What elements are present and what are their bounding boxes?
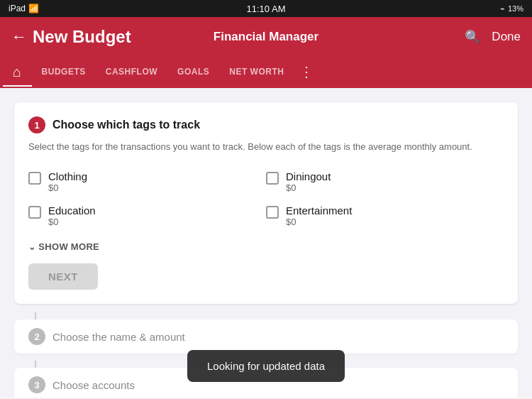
home-icon: ⌂: [13, 64, 22, 80]
tag-entertainment: Entertainment $0: [266, 199, 504, 233]
tag-diningout-checkbox[interactable]: [266, 172, 279, 185]
status-bar: iPad 📶 11:10 AM ⌁ 13%: [0, 0, 532, 17]
tab-cashflow[interactable]: CASHFLOW: [96, 57, 167, 87]
tab-goals[interactable]: GOALS: [167, 57, 219, 87]
step1-card: 1 Choose which tags to track Select the …: [14, 102, 518, 304]
app-header: ← New Budget Financial Manager 🔍 Done: [0, 17, 532, 57]
toast-message: Looking for updated data: [207, 360, 325, 372]
tag-clothing-name: Clothing: [48, 170, 87, 182]
tag-entertainment-name: Entertainment: [286, 204, 352, 217]
tag-entertainment-checkbox[interactable]: [266, 206, 279, 219]
tag-education-checkbox[interactable]: [28, 206, 41, 219]
step1-number: 1: [28, 116, 45, 133]
step3-title: Choose accounts: [52, 379, 135, 391]
done-button[interactable]: Done: [492, 30, 521, 44]
header-left: ← New Budget: [11, 27, 131, 47]
device-label: iPad: [9, 4, 26, 13]
search-icon: 🔍: [465, 30, 480, 44]
step2-card: 2 Choose the name & amount: [14, 319, 518, 354]
tag-education-name: Education: [48, 204, 96, 217]
step-connector-2: [35, 361, 36, 368]
step1-description: Select the tags for the transactions you…: [28, 141, 504, 153]
nav-tabs: ⌂ BUDGETS CASHFLOW GOALS NET WORTH ⋮: [0, 57, 532, 88]
bluetooth-icon: ⌁: [500, 4, 505, 13]
status-bar-left: iPad 📶: [9, 4, 39, 13]
chevron-down-icon: ⌄: [28, 242, 35, 252]
tag-clothing-checkbox[interactable]: [28, 172, 41, 185]
step-connector-1: [35, 312, 36, 319]
step1-title: Choose which tags to track: [52, 119, 200, 131]
next-button[interactable]: NEXT: [28, 263, 98, 290]
status-bar-right: ⌁ 13%: [500, 4, 523, 13]
app-title: Financial Manager: [214, 30, 318, 44]
step1-header: 1 Choose which tags to track: [28, 116, 504, 133]
status-bar-time: 11:10 AM: [247, 4, 286, 14]
tag-clothing: Clothing $0: [28, 165, 266, 199]
tab-home[interactable]: ⌂: [3, 57, 32, 87]
tag-diningout-amount: $0: [286, 182, 331, 193]
step3-number: 3: [28, 376, 45, 393]
tag-clothing-amount: $0: [48, 182, 87, 193]
tag-education-amount: $0: [48, 217, 96, 227]
tag-education: Education $0: [28, 199, 266, 233]
tag-diningout-name: Diningout: [286, 170, 331, 182]
tags-grid: Clothing $0 Diningout $0 Education $0: [28, 165, 504, 233]
back-button[interactable]: ←: [11, 28, 27, 46]
battery-label: 13%: [508, 4, 523, 13]
tab-budgets[interactable]: BUDGETS: [32, 57, 96, 87]
show-more-button[interactable]: ⌄ SHOW MORE: [28, 241, 504, 252]
step2-number: 2: [28, 328, 45, 345]
show-more-label: SHOW MORE: [38, 241, 99, 252]
tab-networth[interactable]: NET WORTH: [219, 57, 294, 87]
toast-notification: Looking for updated data: [187, 350, 345, 382]
tag-diningout: Diningout $0: [266, 165, 504, 199]
step2-title: Choose the name & amount: [52, 331, 185, 343]
wifi-icon: 📶: [28, 4, 39, 13]
search-button[interactable]: 🔍: [465, 29, 480, 45]
page-title: New Budget: [33, 27, 131, 47]
more-menu-button[interactable]: ⋮: [294, 63, 319, 80]
tag-entertainment-amount: $0: [286, 217, 352, 227]
